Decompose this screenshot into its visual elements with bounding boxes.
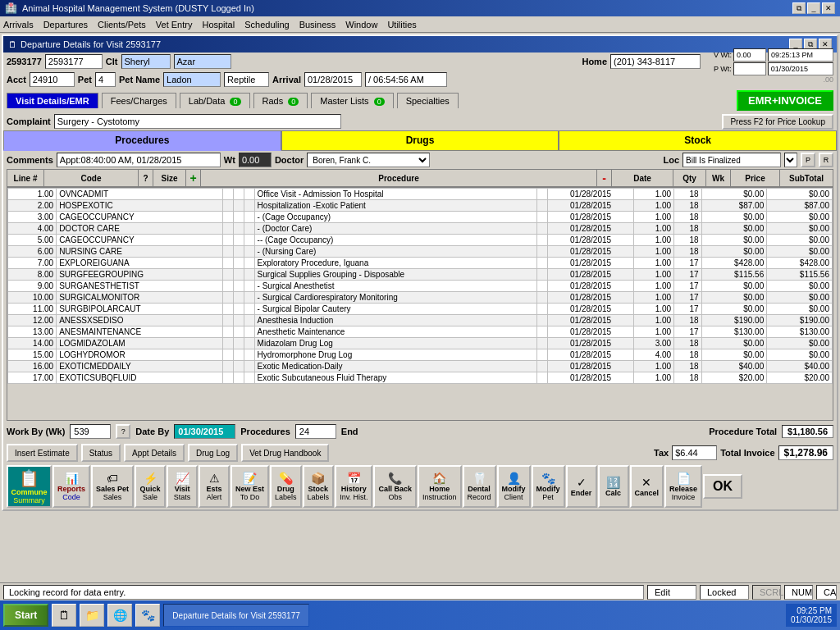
cell-spacer	[244, 189, 254, 200]
table-row[interactable]: 5.00 CAGEOCCUPANCY -- (Cage Occupancy) 0…	[8, 235, 833, 246]
menu-utilities[interactable]: Utilities	[387, 20, 416, 30]
menu-arrivals[interactable]: Arrivals	[3, 20, 34, 30]
taskbar-icon-3[interactable]: 🌐	[107, 604, 132, 627]
commune-btn[interactable]: 📋 Commune Summary	[7, 465, 52, 508]
modify-client-btn[interactable]: 👤 Modify Client	[497, 465, 531, 508]
tab-visit-emr[interactable]: Visit Details/EMR	[7, 93, 98, 108]
taskbar-icon-2[interactable]: 📁	[80, 604, 104, 627]
th-remove[interactable]: -	[597, 170, 612, 187]
cell-size	[233, 212, 244, 223]
callback-obs-btn[interactable]: 📞 Call Back Obs	[373, 465, 417, 508]
sub-tab-stock[interactable]: Stock	[559, 130, 837, 151]
procedure-table-container[interactable]: 1.00 OVNCADMIT Office Visit - Admission …	[7, 187, 833, 421]
cell-size	[233, 235, 244, 246]
cell-help	[222, 349, 233, 361]
menu-departures[interactable]: Departures	[43, 20, 88, 30]
table-row[interactable]: 2.00 HOSPEXOTIC Hospitalization -Exotic …	[8, 200, 833, 212]
minimize-btn[interactable]: _	[807, 2, 820, 14]
ests-alert-btn[interactable]: ⚠ Ests Alert	[199, 465, 230, 508]
menu-hospital[interactable]: Hospital	[202, 20, 235, 30]
sub-tab-procedures[interactable]: Procedures	[3, 130, 281, 151]
table-row[interactable]: 9.00 SURGANESTHETIST - Surgical Anesthet…	[8, 281, 833, 292]
taskbar-icon-4[interactable]: 🐾	[135, 604, 160, 627]
work-help-btn[interactable]: ?	[116, 424, 130, 439]
cell-date: 01/28/2015	[547, 235, 633, 246]
cell-procedure: Surgical Supplies Grouping - Disposable	[254, 269, 536, 281]
doctor-dropdown[interactable]: Boren, Frank C.	[307, 153, 430, 167]
th-add[interactable]: +	[186, 170, 201, 187]
ok-button[interactable]: OK	[703, 474, 742, 499]
cell-wk: 18	[674, 189, 701, 200]
table-row[interactable]: 12.00 ANESSXSEDISO Anesthesia Induction …	[8, 315, 833, 326]
menu-vet-entry[interactable]: Vet Entry	[156, 20, 193, 30]
status-message: Locking record for data entry.	[3, 585, 644, 600]
sales-pet-btn[interactable]: 🏷 Sales Pet Sales	[91, 465, 134, 508]
start-button[interactable]: Start	[3, 604, 48, 627]
tab-master[interactable]: Master Lists 0	[311, 93, 393, 108]
r-button[interactable]: R	[819, 153, 833, 167]
insert-estimate-btn[interactable]: Insert Estimate	[7, 444, 78, 462]
table-row[interactable]: 13.00 ANESMAINTENANCE Anesthetic Mainten…	[8, 326, 833, 338]
vet-drug-handbook-btn[interactable]: Vet Drug Handbook	[241, 444, 329, 462]
table-row[interactable]: 4.00 DOCTOR CARE - (Doctor Care) 01/28/2…	[8, 223, 833, 235]
sub-tab-drugs[interactable]: Drugs	[281, 130, 559, 151]
drug-log-btn[interactable]: Drug Log	[188, 444, 238, 462]
cell-price: $0.00	[701, 235, 767, 246]
tab-rads[interactable]: Rads 0	[253, 93, 308, 108]
release-icon: 📄	[677, 472, 691, 485]
close-btn[interactable]: ✕	[822, 2, 835, 14]
table-row[interactable]: 1.00 OVNCADMIT Office Visit - Admission …	[8, 189, 833, 200]
new-est-btn[interactable]: 📝 New Est To Do	[231, 465, 269, 508]
cell-wk: 18	[674, 372, 701, 384]
reports-btn[interactable]: 📊 Reports Code	[52, 465, 90, 508]
visit-stats-btn[interactable]: 📈 Visit Stats	[167, 465, 198, 508]
table-row[interactable]: 11.00 SURGBIPOLARCAUT - Surgical Bipolar…	[8, 304, 833, 315]
table-row[interactable]: 14.00 LOGMIDAZOLAM Midazolam Drug Log 01…	[8, 338, 833, 349]
loc-dropdown[interactable]	[784, 153, 797, 167]
release-invoice-btn[interactable]: 📄 Release Invoice	[664, 465, 702, 508]
appt-details-btn[interactable]: Appt Details	[124, 444, 185, 462]
cell-spacer	[244, 338, 254, 349]
cell-date: 01/28/2015	[547, 223, 633, 235]
cell-qty: 1.00	[634, 281, 674, 292]
menu-window[interactable]: Window	[345, 20, 377, 30]
modify-pet-btn[interactable]: 🐾 Modify Pet	[532, 465, 565, 508]
menu-clients-pets[interactable]: Clients/Pets	[98, 20, 146, 30]
table-row[interactable]: 3.00 CAGEOCCUPANCY - (Cage Occupancy) 01…	[8, 212, 833, 223]
f2-button[interactable]: Press F2 for Price Lookup	[722, 114, 833, 130]
quick-sale-btn[interactable]: ⚡ Quick Sale	[135, 465, 166, 508]
menu-scheduling[interactable]: Scheduling	[244, 20, 289, 30]
taskbar-icon-1[interactable]: 🗒	[52, 604, 76, 627]
history-btn[interactable]: 📅 History Inv. Hist.	[335, 465, 372, 508]
taskbar-app[interactable]: Departure Details for Visit 2593177	[163, 604, 308, 627]
status-btn[interactable]: Status	[81, 444, 121, 462]
stock-labels-btn[interactable]: 📦 Stock Labels	[303, 465, 335, 508]
tab-specialties[interactable]: Specialties	[397, 93, 459, 108]
table-row[interactable]: 7.00 EXPLOREIGUANA Exploratory Procedure…	[8, 258, 833, 269]
table-row[interactable]: 16.00 EXOTICMEDDAILY Exotic Medication-D…	[8, 361, 833, 372]
cell-procedure: Midazolam Drug Log	[254, 338, 536, 349]
commune-icon: 📋	[19, 468, 39, 488]
cell-spacer	[244, 281, 254, 292]
table-row[interactable]: 10.00 SURGICALMONITOR - Surgical Cardior…	[8, 292, 833, 304]
table-row[interactable]: 15.00 LOGHYDROMOR Hydromorphone Drug Log…	[8, 349, 833, 361]
reports-label: Reports	[57, 485, 85, 493]
complaint-value: Surgery - Cystotomy	[54, 114, 341, 129]
ender-btn[interactable]: ✓ Ender	[566, 465, 597, 508]
calc-btn[interactable]: 🔢 Calc	[598, 465, 629, 508]
restore-btn[interactable]: ⧉	[792, 2, 806, 14]
table-row[interactable]: 17.00 EXOTICSUBQFLUID Exotic Subcutaneou…	[8, 372, 833, 384]
drug-labels-btn[interactable]: 💊 Drug Labels	[270, 465, 302, 508]
dental-record-btn[interactable]: 🦷 Dental Record	[463, 465, 496, 508]
menu-business[interactable]: Business	[299, 20, 336, 30]
table-row[interactable]: 6.00 NURSING CARE - (Nursing Care) 01/28…	[8, 246, 833, 258]
home-instruction-btn[interactable]: 🏠 Home Instruction	[418, 465, 462, 508]
tab-fees[interactable]: Fees/Charges	[102, 93, 176, 108]
table-row[interactable]: 8.00 SURGFEEGROUPING Surgical Supplies G…	[8, 269, 833, 281]
p-button[interactable]: P	[801, 153, 815, 167]
cell-qty: 1.00	[634, 372, 674, 384]
emr-invoice-button[interactable]: EMR+INVOICE	[737, 90, 833, 111]
cancel-btn[interactable]: ✕ Cancel	[630, 465, 664, 508]
tab-lab[interactable]: Lab/Data 0	[180, 93, 250, 108]
cell-date: 01/28/2015	[547, 200, 633, 212]
